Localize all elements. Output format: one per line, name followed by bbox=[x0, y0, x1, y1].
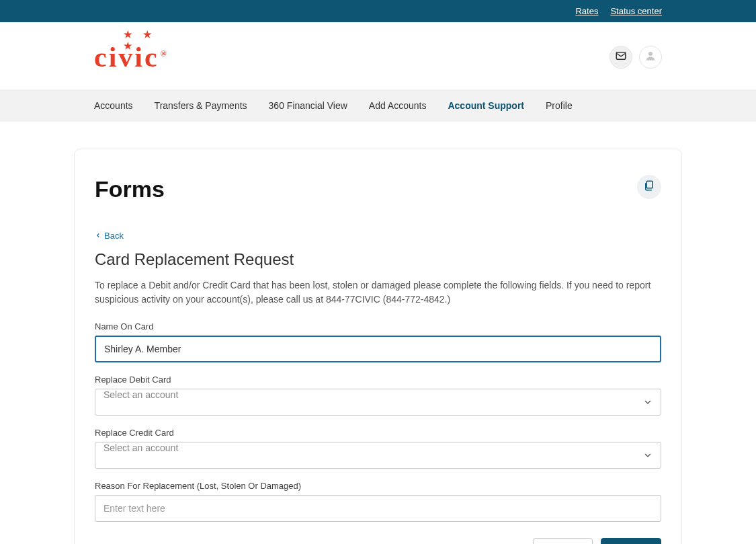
cancel-button[interactable]: Cancel bbox=[533, 538, 593, 544]
profile-button[interactable] bbox=[639, 46, 662, 69]
logo-stars-icon: ★ ★ ★ bbox=[124, 29, 169, 52]
page-title: Forms bbox=[95, 176, 661, 202]
main-nav: Accounts Transfers & Payments 360 Financ… bbox=[0, 89, 756, 122]
nav-item-profile[interactable]: Profile bbox=[546, 100, 573, 111]
svg-point-1 bbox=[648, 52, 653, 56]
button-row: Cancel Submit bbox=[95, 538, 661, 544]
user-icon bbox=[644, 50, 657, 65]
header-icons bbox=[610, 46, 662, 69]
content: Forms Back Card Replacement Request To r… bbox=[0, 122, 756, 544]
name-on-card-input[interactable] bbox=[95, 336, 661, 362]
nav-item-transfers[interactable]: Transfers & Payments bbox=[155, 100, 247, 111]
chevron-left-icon bbox=[95, 231, 101, 241]
logo[interactable]: ★ ★ ★ civic® bbox=[94, 41, 169, 73]
back-link[interactable]: Back bbox=[95, 231, 124, 241]
mail-icon bbox=[615, 50, 627, 65]
replace-credit-select[interactable]: Select an account bbox=[95, 442, 661, 469]
documents-button[interactable] bbox=[637, 175, 661, 199]
documents-icon bbox=[643, 180, 655, 194]
top-utility-bar: Rates Status center bbox=[0, 0, 756, 22]
replace-debit-label: Replace Debit Card bbox=[95, 375, 661, 385]
submit-button[interactable]: Submit bbox=[601, 538, 661, 544]
nav-item-accounts[interactable]: Accounts bbox=[94, 100, 133, 111]
forms-card: Forms Back Card Replacement Request To r… bbox=[74, 149, 682, 544]
nav-item-add-accounts[interactable]: Add Accounts bbox=[369, 100, 427, 111]
replace-credit-label: Replace Credit Card bbox=[95, 428, 661, 438]
reason-label: Reason For Replacement (Lost, Stolen Or … bbox=[95, 481, 661, 491]
back-label: Back bbox=[104, 231, 124, 241]
svg-rect-2 bbox=[646, 181, 653, 188]
reason-input[interactable] bbox=[95, 495, 661, 522]
replace-debit-select[interactable]: Select an account bbox=[95, 389, 661, 416]
nav-item-account-support[interactable]: Account Support bbox=[448, 100, 524, 111]
header: ★ ★ ★ civic® bbox=[0, 22, 756, 89]
rates-link[interactable]: Rates bbox=[575, 6, 598, 16]
section-description: To replace a Debit and/or Credit Card th… bbox=[95, 278, 653, 307]
mail-button[interactable] bbox=[610, 46, 632, 69]
status-center-link[interactable]: Status center bbox=[610, 6, 662, 16]
name-on-card-label: Name On Card bbox=[95, 321, 661, 332]
nav-item-360[interactable]: 360 Financial View bbox=[269, 100, 347, 111]
section-title: Card Replacement Request bbox=[95, 250, 661, 269]
